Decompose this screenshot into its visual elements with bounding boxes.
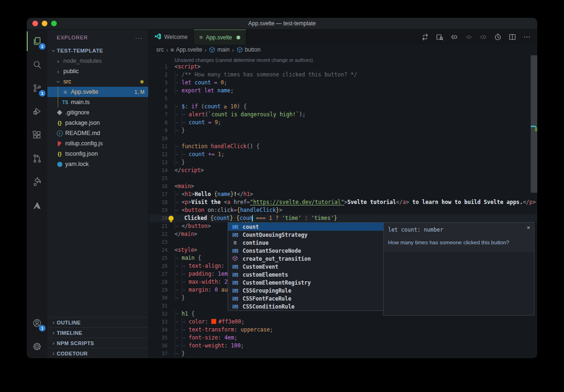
open-changes-icon[interactable] bbox=[421, 33, 429, 41]
code-line-35[interactable]: 35→→font-size: 4em; bbox=[149, 334, 537, 342]
suggest-item-CustomEvent[interactable]: [@]CustomEvent bbox=[228, 263, 383, 271]
current-change-icon[interactable] bbox=[465, 33, 473, 41]
activity-account-icon[interactable]: 1 bbox=[27, 311, 47, 335]
code-line-33[interactable]: 33→→color: #ff3e00; bbox=[149, 318, 537, 326]
previous-change-icon[interactable] bbox=[450, 33, 458, 41]
more-actions-icon[interactable] bbox=[523, 33, 531, 41]
close-icon[interactable]: × bbox=[526, 224, 530, 231]
code-line-11[interactable]: 11→function handleClick() { bbox=[149, 143, 537, 151]
file-row-node_modules[interactable]: ›node_modules bbox=[47, 56, 148, 66]
file-row-yarn.lock[interactable]: yarn.lock bbox=[47, 159, 148, 169]
suggest-item-CustomElementRegistry[interactable]: [@]CustomElementRegistry bbox=[228, 279, 383, 286]
breadcrumb-item-src[interactable]: src bbox=[156, 46, 164, 53]
suggest-item-CSSFontFaceRule[interactable]: [@]CSSFontFaceRule bbox=[228, 294, 383, 302]
line-number: 30 bbox=[149, 294, 175, 302]
line-number: 9 bbox=[149, 127, 175, 135]
tab-app-svelte[interactable]: ≡ App.svelte bbox=[194, 30, 247, 45]
activity-pull-request-icon[interactable] bbox=[27, 147, 47, 170]
code-line-20[interactable]: 20 Clicked {count} {coun === 1 ? 'time' … bbox=[149, 214, 537, 222]
panel-codetour[interactable]: ›CODETOUR bbox=[47, 348, 148, 358]
badge: 1 bbox=[39, 43, 46, 50]
panel-outline[interactable]: ›OUTLINE bbox=[47, 317, 148, 327]
line-number: 33 bbox=[149, 318, 175, 326]
code-line-15[interactable]: 15 bbox=[149, 174, 537, 182]
panel-npm-scripts[interactable]: ›NPM SCRIPTS bbox=[47, 338, 148, 348]
line-number: 11 bbox=[149, 143, 175, 151]
suggest-item-count[interactable]: [@]count bbox=[228, 223, 383, 231]
line-number: 5 bbox=[149, 95, 175, 103]
file-row-rollup.config.js[interactable]: rollup.config.js bbox=[47, 138, 148, 149]
code-line-5[interactable]: 5 bbox=[149, 95, 537, 103]
tree-root-test-template[interactable]: › TEST-TEMPLATE bbox=[47, 45, 148, 56]
badge: 1 bbox=[39, 90, 46, 97]
activity-source-control-icon[interactable]: 1 bbox=[27, 76, 47, 100]
code-line-6[interactable]: 6→$: if (count ≥ 10) { bbox=[149, 103, 537, 111]
suggest-item-CSSConditionRule[interactable]: [@]CSSConditionRule bbox=[228, 302, 383, 310]
file-row-README.md[interactable]: iREADME.md bbox=[47, 128, 148, 138]
line-number: 36 bbox=[149, 342, 175, 350]
activity-live-share-icon[interactable] bbox=[27, 170, 47, 194]
more-actions-icon[interactable]: ··· bbox=[135, 34, 143, 41]
overview-ruler-change-mark bbox=[535, 127, 537, 131]
code-line-10[interactable]: 10 bbox=[149, 135, 537, 143]
file-row-public[interactable]: ›public bbox=[47, 66, 148, 76]
file-row-.gitignore[interactable]: .gitignore bbox=[47, 107, 148, 118]
panel-timeline[interactable]: ›TIMELINE bbox=[47, 327, 148, 338]
line-number: 22 bbox=[149, 230, 175, 238]
code-line-14[interactable]: 14</script> bbox=[149, 166, 537, 174]
suggest-item-continue[interactable]: ≡continue bbox=[228, 239, 383, 247]
code-line-12[interactable]: 12→→count += 1; bbox=[149, 151, 537, 158]
activity-files-icon[interactable]: 1 bbox=[27, 30, 47, 53]
line-number: 31 bbox=[149, 302, 175, 310]
code-line-16[interactable]: 16<main> bbox=[149, 182, 537, 190]
breadcrumb-item-main[interactable]: main bbox=[209, 46, 229, 53]
open-preview-icon[interactable] bbox=[436, 33, 443, 41]
tab-welcome[interactable]: Welcome bbox=[149, 30, 194, 45]
breadcrumb-item-App.svelte[interactable]: ≡App.svelte bbox=[170, 46, 202, 53]
editor-scrollbar[interactable] bbox=[531, 55, 537, 193]
symbol-interface-icon bbox=[230, 256, 240, 262]
code-line-18[interactable]: 18→<p>Visit the <a href="https://svelte.… bbox=[149, 198, 537, 206]
code-line-19[interactable]: 19→<button on:click={handleClick}> bbox=[149, 206, 537, 214]
split-editor-icon[interactable] bbox=[509, 33, 516, 41]
file-row-tsconfig.json[interactable]: {}tsconfig.json bbox=[47, 149, 148, 159]
file-row-main.ts[interactable]: TSmain.ts bbox=[47, 97, 148, 107]
code-line-7[interactable]: 7→→alert(`count is dangerously high!`); bbox=[149, 111, 537, 119]
code-line-1[interactable]: 1<script> bbox=[149, 63, 537, 71]
activity-azure-icon[interactable] bbox=[27, 194, 47, 217]
next-change-icon[interactable] bbox=[480, 33, 487, 41]
suggest-item-CSSGroupingRule[interactable]: [@]CSSGroupingRule bbox=[228, 286, 383, 294]
vscode-window: App.svelte — test-template 111 EXPLORER … bbox=[27, 18, 537, 358]
breadcrumb-item-button[interactable]: button bbox=[236, 46, 260, 53]
activity-search-icon[interactable] bbox=[27, 53, 47, 76]
code-line-4[interactable]: 4→export let name; bbox=[149, 87, 537, 95]
activity-run-debug-icon[interactable] bbox=[27, 100, 47, 123]
suggest-item-customElements[interactable]: [@]customElements bbox=[228, 271, 383, 279]
code-line-13[interactable]: 13→} bbox=[149, 158, 537, 166]
suggest-item-CountQueuingStrategy[interactable]: [@]CountQueuingStrategy bbox=[228, 231, 383, 239]
codelens-annotation[interactable]: Unsaved changes (cannot determine recent… bbox=[149, 55, 537, 63]
code-line-34[interactable]: 34→→text-transform: uppercase; bbox=[149, 326, 537, 334]
code-line-3[interactable]: 3→let count = 0; bbox=[149, 79, 537, 87]
lightbulb-icon[interactable] bbox=[168, 216, 174, 221]
suggest-item-create_out_transition[interactable]: create_out_transition bbox=[228, 255, 383, 263]
code-editor[interactable]: Unsaved changes (cannot determine recent… bbox=[149, 55, 537, 358]
title-bar[interactable]: App.svelte — test-template bbox=[27, 18, 537, 30]
symbol-cube-icon bbox=[236, 46, 243, 53]
file-history-icon[interactable] bbox=[494, 33, 502, 41]
code-line-17[interactable]: 17→<h1>Hello {name}!</h1> bbox=[149, 190, 537, 198]
code-line-8[interactable]: 8→→count = 9; bbox=[149, 119, 537, 127]
file-row-src[interactable]: ›src bbox=[47, 76, 148, 87]
line-number: 4 bbox=[149, 87, 175, 95]
symbol-variable-icon: [@] bbox=[230, 264, 240, 269]
code-line-9[interactable]: 9→} bbox=[149, 127, 537, 135]
symbol-variable-icon: [@] bbox=[230, 296, 240, 301]
file-row-App.svelte[interactable]: ≡App.svelte1, M bbox=[47, 87, 148, 97]
activity-settings-gear-icon[interactable] bbox=[27, 335, 47, 358]
code-line-2[interactable]: 2→/** How many times has someone clicked… bbox=[149, 71, 537, 79]
suggest-item-ConstantSourceNode[interactable]: [@]ConstantSourceNode bbox=[228, 247, 383, 255]
code-line-36[interactable]: 36→→font-weight: 100; bbox=[149, 342, 537, 350]
code-line-37[interactable]: 37→} bbox=[149, 350, 537, 358]
file-row-package.json[interactable]: {}package.json bbox=[47, 118, 148, 128]
activity-extensions-icon[interactable] bbox=[27, 123, 47, 147]
